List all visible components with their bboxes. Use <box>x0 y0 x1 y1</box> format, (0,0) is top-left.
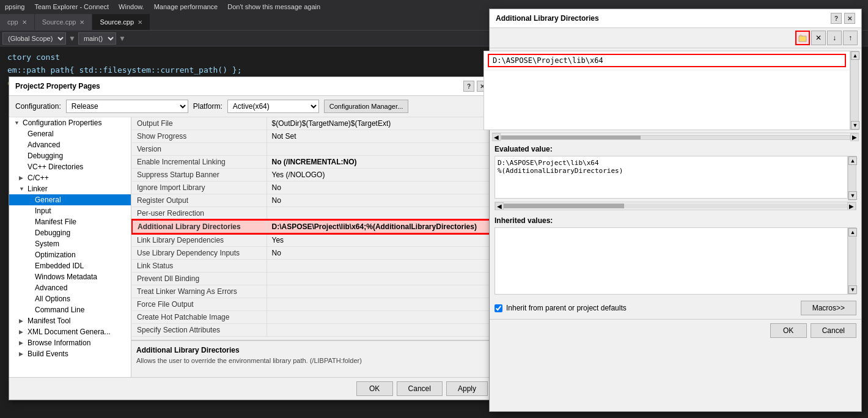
table-row[interactable]: Create Hot Patchable Image <box>132 311 493 324</box>
props-table: Output File$(OutDir)$(TargetName)$(Targe… <box>131 117 494 340</box>
table-row[interactable]: Link Library DependenciesYes <box>132 233 493 247</box>
close-tab-icon[interactable]: ✕ <box>138 19 142 26</box>
table-row[interactable]: Link Status <box>132 260 493 273</box>
table-row[interactable]: Suppress Startup BannerYes (/NOLOGO) <box>132 169 493 182</box>
lib-cancel-button[interactable]: Cancel <box>811 323 856 338</box>
tree-item-general[interactable]: General <box>9 128 131 139</box>
inherit-checkbox[interactable] <box>495 304 502 312</box>
lib-list-container: D:\ASPOSE\Project\lib\x64 ▲ ▼ <box>492 51 859 130</box>
move-up-button[interactable]: ↑ <box>843 31 858 45</box>
tab-source2[interactable]: Source.cpp ✕ <box>92 14 150 30</box>
hscroll-track <box>501 135 850 140</box>
tree-item-input[interactable]: Input <box>9 205 131 216</box>
menu-item-dont-show[interactable]: Don't show this message again <box>227 3 320 10</box>
lib-close-button[interactable]: ✕ <box>844 13 855 24</box>
inh-scroll-down[interactable]: ▼ <box>848 285 857 294</box>
apply-button[interactable]: Apply <box>446 381 488 396</box>
prop-value <box>267 143 493 156</box>
table-row[interactable]: Register OutputNo <box>132 194 493 207</box>
menu-item-ppsing[interactable]: ppsing <box>5 3 24 10</box>
lib-ok-button[interactable]: OK <box>770 323 807 338</box>
menu-item-window[interactable]: Window. <box>119 3 144 10</box>
scroll-up-arrow[interactable]: ▲ <box>851 51 859 60</box>
table-row[interactable]: Output File$(OutDir)$(TargetName)$(Targe… <box>132 117 493 130</box>
tree-item-embedded-idl[interactable]: Embedded IDL <box>9 260 131 271</box>
property-dialog-titlebar: Project2 Property Pages ? ✕ <box>9 77 494 96</box>
tree-item-optimization[interactable]: Optimization <box>9 249 131 260</box>
delete-button[interactable]: ✕ <box>811 31 826 45</box>
table-row[interactable]: Additional Library DirectoriesD:\ASPOSE\… <box>132 220 493 233</box>
config-select[interactable]: Release Debug All Configurations <box>66 100 188 113</box>
lib-hscroll: ◀ ▶ <box>492 133 859 141</box>
tree-item-advanced2[interactable]: Advanced <box>9 282 131 293</box>
tree-item-browse-info[interactable]: ▶ Browse Information <box>9 337 131 348</box>
table-row[interactable]: Enable Incremental LinkingNo (/INCREMENT… <box>132 156 493 169</box>
tree-item-linker-general[interactable]: General <box>9 194 131 205</box>
tree-item-advanced[interactable]: Advanced <box>9 139 131 150</box>
lib-list-area: D:\ASPOSE\Project\lib\x64 <box>484 51 850 130</box>
table-row[interactable]: Per-user Redirection <box>132 207 493 221</box>
tree-item-windows-metadata[interactable]: Windows Metadata <box>9 271 131 282</box>
tree-item-system[interactable]: System <box>9 238 131 249</box>
tab-cpp[interactable]: cpp ✕ <box>0 14 35 30</box>
tab-source1[interactable]: Source.cpp ✕ <box>35 14 93 30</box>
lib-help-button[interactable]: ? <box>831 13 842 24</box>
tree-item-debugging[interactable]: Debugging <box>9 150 131 161</box>
tree-label: XML Document Genera... <box>28 328 111 336</box>
eval-scroll-up[interactable]: ▲ <box>848 156 857 165</box>
tree-item-manifest-file[interactable]: Manifest File <box>9 216 131 227</box>
tree-item-command-line[interactable]: Command Line <box>9 304 131 315</box>
tree-item-linker[interactable]: ▼ Linker <box>9 183 131 194</box>
tree-item-vc-dirs[interactable]: VC++ Directories <box>9 161 131 172</box>
table-row[interactable]: Use Library Dependency InputsNo <box>132 247 493 260</box>
tree-item-build-events[interactable]: ▶ Build Events <box>9 348 131 359</box>
evaluated-label: Evaluated value: <box>495 145 856 153</box>
description-area: Additional Library Directories Allows th… <box>131 340 494 377</box>
lib-entry-value[interactable]: D:\ASPOSE\Project\lib\x64 <box>488 54 846 67</box>
tree-item-manifest-tool[interactable]: ▶ Manifest Tool <box>9 315 131 326</box>
table-row[interactable]: Version <box>132 143 493 156</box>
eval-scroll-down[interactable]: ▼ <box>848 191 857 200</box>
inherited-section: Inherited values: ▲ ▼ <box>490 214 861 297</box>
macros-button[interactable]: Macros>> <box>801 301 856 315</box>
tree-item-debugging2[interactable]: Debugging <box>9 227 131 238</box>
close-tab-icon[interactable]: ✕ <box>22 19 27 26</box>
tree-label: Manifest Tool <box>28 317 70 325</box>
table-row[interactable]: Show ProgressNot Set <box>132 130 493 143</box>
scope-select-right[interactable]: main() <box>78 32 116 45</box>
platform-select[interactable]: Active(x64) x64 Win32 <box>227 100 319 113</box>
lib-titlebar-btns: ? ✕ <box>831 13 855 24</box>
hscroll-thumb <box>501 136 641 139</box>
cancel-button[interactable]: Cancel <box>397 381 443 396</box>
hscroll-right-btn[interactable]: ▶ <box>850 133 859 141</box>
close-tab-icon[interactable]: ✕ <box>79 19 84 26</box>
config-manager-button[interactable]: Configuration Manager... <box>324 100 408 113</box>
tree-item-all-options[interactable]: All Options <box>9 293 131 304</box>
menu-item-manage-perf[interactable]: Manage performance <box>154 3 218 10</box>
tree-item-xml-doc[interactable]: ▶ XML Document Genera... <box>9 326 131 337</box>
prop-value <box>267 298 493 311</box>
eval-hscroll-right[interactable]: ▶ <box>847 202 856 210</box>
tree-item-cpp[interactable]: ▶ C/C++ <box>9 172 131 183</box>
tree-item-config-props[interactable]: ▼ Configuration Properties <box>9 117 131 128</box>
prop-value <box>267 207 493 221</box>
scroll-down-arrow[interactable]: ▼ <box>851 121 859 130</box>
table-row[interactable]: Force File Output <box>132 298 493 311</box>
evaluated-textarea[interactable]: D:\ASPOSE\Project\lib\x64 %(AdditionalLi… <box>495 156 848 199</box>
eval-hscroll-left[interactable]: ◀ <box>495 202 504 210</box>
table-row[interactable]: Specify Section Attributes <box>132 324 493 337</box>
scope-select-left[interactable]: (Global Scope) <box>2 32 66 45</box>
tree-label: Debugging <box>28 152 63 160</box>
new-folder-button[interactable] <box>795 31 810 45</box>
move-down-button[interactable]: ↓ <box>827 31 842 45</box>
tree-label: Optimization <box>35 251 76 259</box>
ok-button[interactable]: OK <box>356 381 393 396</box>
menu-item-team-explorer[interactable]: Team Explorer - Connect <box>34 3 109 10</box>
tree-label: C/C++ <box>28 174 49 182</box>
table-row[interactable]: Treat Linker Warning As Errors <box>132 285 493 298</box>
hscroll-left-btn[interactable]: ◀ <box>492 133 501 141</box>
inh-scroll-up[interactable]: ▲ <box>848 228 857 237</box>
table-row[interactable]: Ignore Import LibraryNo <box>132 182 493 194</box>
table-row[interactable]: Prevent Dll Binding <box>132 273 493 285</box>
help-button[interactable]: ? <box>463 81 474 92</box>
